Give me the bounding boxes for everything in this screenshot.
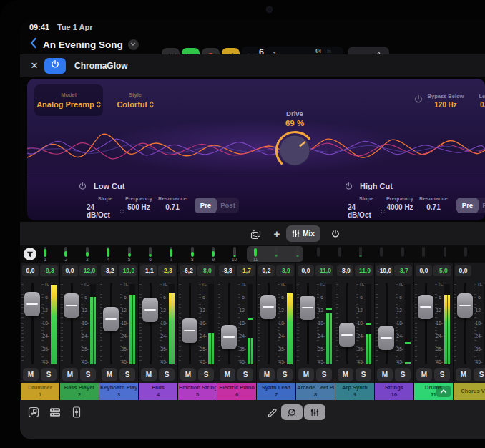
mute-button[interactable]: M — [102, 368, 117, 381]
overview-meter-bar[interactable] — [401, 247, 404, 257]
overview-meter-bar[interactable] — [128, 247, 131, 257]
track-name-label[interactable]: Bass Player 2 — [60, 383, 99, 400]
overview-meter-bar[interactable] — [170, 247, 172, 257]
solo-button[interactable]: S — [237, 368, 253, 381]
overview-meter-bar[interactable] — [86, 247, 89, 257]
high-cut-slope[interactable]: Slope 24 dB/Oct — [348, 195, 385, 219]
overview-meter-bar[interactable] — [359, 247, 362, 257]
post-segment[interactable]: Post — [479, 198, 485, 213]
track-name-label[interactable]: Arcade…eet Pad 8 — [296, 383, 335, 400]
mixer-view-button[interactable] — [304, 404, 325, 420]
overview-meter-bar[interactable] — [296, 247, 299, 257]
overview-meter-bar[interactable] — [64, 247, 67, 257]
mixer-power-icon[interactable] — [329, 228, 342, 240]
low-cut-power-icon[interactable] — [78, 181, 87, 194]
overview-meter-bar[interactable] — [44, 247, 46, 257]
track-name-label[interactable]: Drums 11 — [414, 383, 453, 400]
mute-button[interactable]: M — [180, 368, 196, 381]
pencil-icon[interactable] — [265, 406, 278, 419]
fader-view-icon[interactable] — [70, 406, 83, 419]
close-plugin-button[interactable]: ✕ — [29, 60, 40, 72]
song-title-menu[interactable]: An Evening Song — [43, 37, 139, 52]
solo-button[interactable]: S — [80, 368, 96, 381]
collapse-stack-button[interactable] — [436, 386, 451, 397]
track-name-label[interactable]: Chorus V — [454, 383, 485, 400]
pre-segment[interactable]: Pre — [195, 198, 217, 213]
overview-meter-bar[interactable] — [107, 247, 109, 257]
model-selector[interactable]: Model Analog Preamp — [34, 84, 103, 116]
mute-button[interactable]: M — [338, 368, 353, 381]
track-name-label[interactable]: Pads 4 — [139, 383, 177, 400]
solo-button[interactable]: S — [316, 368, 332, 381]
post-segment[interactable]: Post — [217, 198, 239, 213]
level-control[interactable]: Leve 0.0 — [471, 93, 485, 109]
duplicate-icon[interactable] — [249, 228, 262, 240]
peak-level-chip[interactable]: -1,7 — [237, 265, 255, 276]
peak-level-chip[interactable]: -11,0 — [315, 265, 333, 276]
peak-level-chip[interactable]: -3,9 — [276, 265, 294, 276]
overview-meter-bar[interactable] — [212, 247, 215, 257]
overview-meter-bar[interactable] — [233, 247, 236, 257]
bypass-power-icon[interactable] — [413, 94, 423, 107]
volume-value-chip[interactable]: -8,9 — [337, 265, 353, 276]
overview-meter-bar[interactable] — [317, 247, 320, 257]
peak-level-chip[interactable]: -3,7 — [394, 265, 412, 276]
track-name-label[interactable]: Strings 10 — [375, 383, 413, 400]
solo-button[interactable]: S — [41, 368, 57, 381]
pre-segment[interactable]: Pre — [456, 198, 479, 213]
solo-button[interactable]: S — [198, 368, 214, 381]
peak-level-chip[interactable]: -11,9 — [355, 265, 373, 276]
solo-button[interactable]: S — [119, 368, 135, 381]
peak-level-chip[interactable]: -2,3 — [158, 265, 176, 276]
loop-browser-icon[interactable] — [27, 406, 40, 419]
track-name-label[interactable]: Drummer 1 — [21, 383, 59, 400]
volume-value-chip[interactable]: -1,1 — [140, 265, 157, 276]
solo-button[interactable]: S — [356, 368, 371, 381]
smart-controls-button[interactable] — [281, 404, 303, 420]
back-button[interactable] — [26, 37, 40, 52]
plugin-power-toggle[interactable] — [44, 58, 66, 74]
track-name-label[interactable]: Keyboard Player 3 — [99, 383, 138, 400]
peak-level-chip[interactable]: -12,0 — [79, 265, 97, 276]
volume-value-chip[interactable]: -8,8 — [219, 265, 235, 276]
overview-meter-bar[interactable] — [275, 247, 278, 257]
volume-value-chip[interactable]: 0,0 — [416, 265, 432, 276]
solo-button[interactable]: S — [434, 368, 450, 381]
bypass-below-control[interactable]: Bypass Below 120 Hz — [425, 93, 466, 109]
track-name-label[interactable]: Emotion Strings 5 — [178, 383, 217, 400]
volume-value-chip[interactable]: -3,2 — [101, 265, 117, 276]
mute-button[interactable]: M — [62, 368, 78, 381]
peak-level-chip[interactable]: -9,3 — [40, 265, 58, 276]
solo-button[interactable]: S — [277, 368, 293, 381]
browser-icon[interactable] — [49, 406, 62, 419]
style-selector[interactable]: Style Colorful — [112, 84, 159, 116]
solo-button[interactable]: S — [474, 368, 485, 381]
solo-button[interactable]: S — [395, 368, 411, 381]
filter-button[interactable] — [24, 248, 36, 260]
peak-level-chip[interactable]: -8,0 — [197, 265, 215, 276]
low-cut-slope[interactable]: Slope 24 dB/Oct — [87, 195, 124, 219]
mute-button[interactable]: M — [416, 368, 432, 381]
mute-button[interactable]: M — [220, 368, 235, 381]
volume-value-chip[interactable]: 0,0 — [62, 265, 78, 276]
volume-value-chip[interactable]: 0,0 — [455, 265, 471, 276]
overview-meter-bar[interactable] — [422, 247, 425, 257]
track-name-label[interactable]: Arp Synth 9 — [335, 383, 374, 400]
volume-value-chip[interactable]: 0,0 — [298, 265, 314, 276]
mute-button[interactable]: M — [456, 368, 471, 381]
add-track-icon[interactable]: + — [270, 228, 283, 240]
overview-meter-bar[interactable] — [254, 247, 257, 257]
volume-value-chip[interactable]: -10,0 — [376, 265, 393, 276]
peak-level-chip[interactable]: -5,0 — [433, 265, 451, 276]
low-cut-frequency[interactable]: Frequency 500 Hz — [122, 195, 156, 211]
drive-knob[interactable] — [273, 129, 316, 172]
mute-button[interactable]: M — [141, 368, 157, 381]
high-cut-resonance[interactable]: Resonance 0.71 — [416, 195, 451, 211]
overview-meter-bar[interactable] — [380, 247, 383, 257]
volume-value-chip[interactable]: -6,2 — [180, 265, 196, 276]
track-name-label[interactable]: Electric Piano 6 — [217, 383, 256, 400]
overview-meter-bar[interactable] — [149, 247, 152, 257]
peak-level-chip[interactable]: -10,0 — [119, 265, 137, 276]
overview-meter-bar[interactable] — [191, 247, 194, 257]
volume-value-chip[interactable]: 0,2 — [258, 265, 275, 276]
